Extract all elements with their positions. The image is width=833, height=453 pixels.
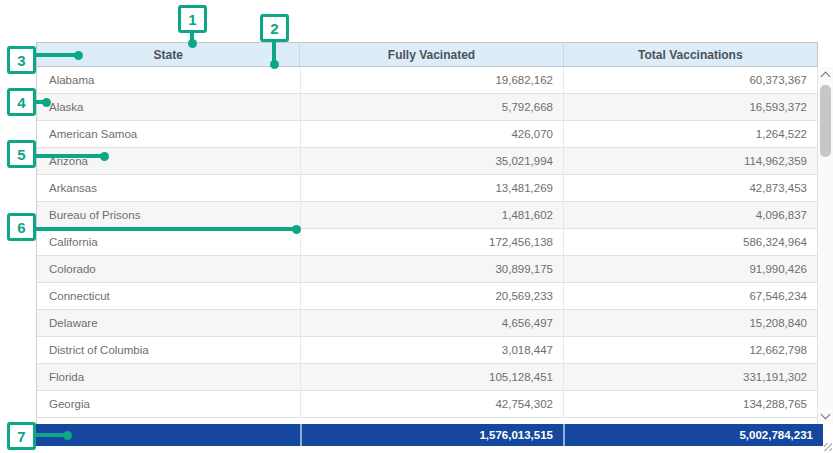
table-row[interactable]: Alaska 5,792,668 16,593,372	[37, 94, 817, 121]
cell-total-vaccinations: 16,593,372	[563, 94, 817, 120]
cell-state: Connecticut	[37, 283, 300, 309]
column-header-fully-vaccinated: Fully Vacinated	[299, 43, 562, 66]
cell-total-vaccinations: 586,324,964	[563, 229, 817, 255]
table-row[interactable]: District of Columbia 3,018,447 12,662,79…	[37, 337, 817, 364]
cell-total-vaccinations: 4,096,837	[563, 202, 817, 228]
cell-total-vaccinations: 67,546,234	[563, 283, 817, 309]
table-row[interactable]: Delaware 4,656,497 15,208,840	[37, 310, 817, 337]
callout-3: 3	[7, 46, 36, 74]
callout-3-label: 3	[17, 52, 25, 69]
cell-total-vaccinations: 331,191,302	[563, 364, 817, 390]
callout-6-label: 6	[17, 219, 25, 236]
callout-7-dot	[63, 431, 72, 440]
table-row[interactable]: Colorado 30,899,175 91,990,426	[37, 256, 817, 283]
cell-fully-vaccinated: 426,070	[300, 121, 563, 147]
summary-total-vaccinations-total: 5,002,784,231	[563, 424, 823, 446]
resize-grip-icon	[824, 443, 832, 451]
table-row[interactable]: Florida 105,128,451 331,191,302	[37, 364, 817, 391]
dashboard-table-screenshot: State Fully Vacinated Total Vaccinations…	[0, 0, 833, 453]
callout-1: 1	[178, 5, 207, 33]
cell-total-vaccinations: 42,873,453	[563, 175, 817, 201]
cell-state: Georgia	[37, 391, 300, 417]
callout-4-label: 4	[17, 94, 25, 111]
callout-6: 6	[7, 213, 36, 241]
chevron-down-icon	[821, 410, 831, 420]
cell-state: Colorado	[37, 256, 300, 282]
callout-1-dot	[188, 39, 197, 48]
callout-5-label: 5	[17, 146, 25, 163]
callout-6-dot	[292, 225, 301, 234]
cell-state: Florida	[37, 364, 300, 390]
cell-total-vaccinations: 15,208,840	[563, 310, 817, 336]
cell-fully-vaccinated: 4,656,497	[300, 310, 563, 336]
cell-fully-vaccinated: 13,481,269	[300, 175, 563, 201]
cell-fully-vaccinated: 42,754,302	[300, 391, 563, 417]
table-row[interactable]: Alabama 19,682,162 60,373,367	[37, 67, 817, 94]
cell-total-vaccinations: 60,373,367	[563, 67, 817, 93]
cell-state: California	[37, 229, 300, 255]
callout-7: 7	[7, 422, 36, 450]
table-body: Alabama 19,682,162 60,373,367 Alaska 5,7…	[36, 67, 818, 424]
cell-fully-vaccinated: 3,018,447	[300, 337, 563, 363]
callout-4: 4	[7, 88, 36, 116]
column-header-total-vaccinations: Total Vaccinations	[563, 43, 817, 66]
scrollbar-thumb[interactable]	[820, 85, 831, 157]
cell-total-vaccinations: 134,288,765	[563, 391, 817, 417]
callout-2-dot	[270, 60, 279, 69]
cell-state: District of Columbia	[37, 337, 300, 363]
cell-state: Arizona	[37, 148, 300, 174]
cell-state: Alabama	[37, 67, 300, 93]
cell-state: Bureau of Prisons	[37, 202, 300, 228]
callout-5: 5	[7, 140, 36, 168]
cell-fully-vaccinated: 20,569,233	[300, 283, 563, 309]
cell-fully-vaccinated: 105,128,451	[300, 364, 563, 390]
chevron-up-icon	[821, 72, 831, 82]
cell-total-vaccinations: 114,962,359	[563, 148, 817, 174]
table-row[interactable]: Arizona 35,021,994 114,962,359	[37, 148, 817, 175]
callout-3-dot	[74, 51, 83, 60]
cell-total-vaccinations: 1,264,522	[563, 121, 817, 147]
cell-fully-vaccinated: 5,792,668	[300, 94, 563, 120]
cell-fully-vaccinated: 35,021,994	[300, 148, 563, 174]
cell-state: Arkansas	[37, 175, 300, 201]
callout-5-line	[34, 154, 104, 158]
cell-state: Alaska	[37, 94, 300, 120]
vertical-scrollbar[interactable]	[818, 67, 833, 424]
callout-5-dot	[100, 152, 109, 161]
scroll-up-button[interactable]	[818, 67, 833, 83]
table-header-row: State Fully Vacinated Total Vaccinations	[36, 42, 818, 67]
table-row[interactable]: California 172,456,138 586,324,964	[37, 229, 817, 256]
callout-6-line	[34, 227, 296, 231]
cell-state: Delaware	[37, 310, 300, 336]
summary-fully-vaccinated-total: 1,576,013,515	[300, 424, 563, 446]
table-row[interactable]: Arkansas 13,481,269 42,873,453	[37, 175, 817, 202]
cell-fully-vaccinated: 172,456,138	[300, 229, 563, 255]
cell-state: American Samoa	[37, 121, 300, 147]
summary-state-cell	[36, 424, 300, 446]
table-row[interactable]: Connecticut 20,569,233 67,546,234	[37, 283, 817, 310]
cell-fully-vaccinated: 1,481,602	[300, 202, 563, 228]
cell-total-vaccinations: 12,662,798	[563, 337, 817, 363]
callout-2-label: 2	[270, 20, 278, 37]
callout-3-line	[34, 53, 78, 57]
callout-7-label: 7	[17, 428, 25, 445]
table-row[interactable]: Georgia 42,754,302 134,288,765	[37, 391, 817, 418]
table-row[interactable]: American Samoa 426,070 1,264,522	[37, 121, 817, 148]
scroll-down-button[interactable]	[818, 408, 833, 424]
callout-2: 2	[260, 14, 289, 42]
callout-4-dot	[42, 98, 51, 107]
callout-1-label: 1	[188, 11, 196, 28]
cell-fully-vaccinated: 19,682,162	[300, 67, 563, 93]
table-row[interactable]: Bureau of Prisons 1,481,602 4,096,837	[37, 202, 817, 229]
cell-fully-vaccinated: 30,899,175	[300, 256, 563, 282]
cell-total-vaccinations: 91,990,426	[563, 256, 817, 282]
summary-row: 1,576,013,515 5,002,784,231	[36, 424, 823, 446]
